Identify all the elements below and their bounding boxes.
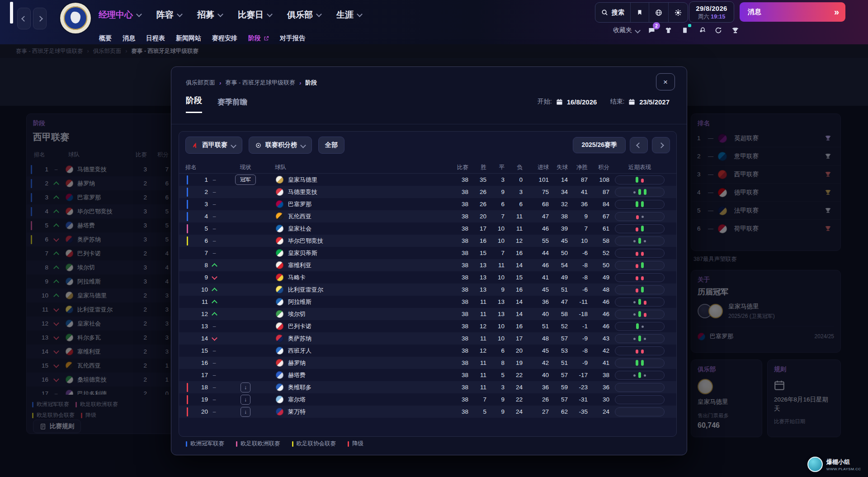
menu-squad[interactable]: 阵容: [156, 9, 182, 21]
favorites-dropdown[interactable]: 收藏夹: [613, 26, 640, 34]
team-name: 赫塔费: [288, 371, 306, 379]
search-button[interactable]: 搜索: [595, 3, 630, 22]
table-row[interactable]: 17 – 赫塔费 38 11 5 22 40 57 -17 38: [179, 369, 676, 381]
history-forward-button[interactable]: [33, 8, 47, 29]
inbox-continue-button[interactable]: 消息 »: [740, 2, 845, 22]
rank-value: 8: [188, 262, 208, 269]
table-row[interactable]: 6 – 毕尔巴鄂竞技 38 16 10 12 55 45 10 58: [179, 235, 676, 247]
won-value: 13: [468, 274, 486, 281]
subnav-fixtures[interactable]: 赛程安排: [212, 34, 237, 43]
lost-value: 24: [505, 408, 523, 415]
table-row[interactable]: 19 – ↓ 塞尔塔 38 7 9 22 26 57 -31 30: [179, 393, 676, 406]
subnav-news-site[interactable]: 新闻网站: [176, 34, 201, 43]
table-row[interactable]: 14 奥萨苏纳 38 11 10 17 48 57 -9 43: [179, 332, 676, 345]
competitions-button[interactable]: [730, 25, 740, 35]
table-row[interactable]: 5 – 皇家社会 38 17 10 11 46 39 7 61: [179, 222, 676, 235]
competition-filter-label: 西甲联赛: [202, 141, 227, 149]
table-row[interactable]: 2 – 马德里竞技 38 26 9 3 75 34 41 87: [179, 186, 676, 198]
menu-career[interactable]: 生涯: [336, 9, 362, 21]
rank-value: 18: [188, 384, 208, 391]
menu-manager-center[interactable]: 经理中心: [99, 9, 141, 21]
table-row[interactable]: 10 比利亚雷亚尔 38 13 9 16 45 51 -6 48: [179, 283, 676, 296]
subnav-inbox[interactable]: 消息: [123, 34, 135, 43]
subnav-schedule[interactable]: 日程表: [146, 34, 165, 43]
drawn-value: 10: [486, 225, 505, 232]
column-played: 比赛: [447, 164, 468, 171]
table-row[interactable]: 3 – 巴塞罗那 38 26 6 6 68 32 36 84: [179, 198, 676, 210]
goals-against-value: 57: [549, 372, 568, 378]
world-button[interactable]: [649, 3, 668, 22]
goal-diff-value: -35: [568, 408, 588, 415]
played-value: 38: [447, 274, 468, 281]
app-root: 经理中心阵容招募比赛日俱乐部生涯 概要消息日程表新闻网站赛程安排阶段对手报告 搜…: [0, 0, 868, 477]
form-box: [615, 298, 665, 307]
report-card-button[interactable]: [680, 25, 690, 35]
subnav-opponent-report[interactable]: 对手报告: [280, 34, 305, 43]
chat-button[interactable]: 2: [646, 25, 656, 35]
menu-matchday[interactable]: 比赛日: [238, 9, 272, 21]
table-row[interactable]: 16 – 赫罗纳 38 11 8 19 42 51 -9 41: [179, 357, 676, 369]
breadcrumb-item[interactable]: 俱乐部页面: [186, 79, 215, 87]
form-pill: [636, 227, 638, 231]
view-filter-dropdown[interactable]: 联赛积分榜: [249, 137, 312, 154]
form-pill: [641, 349, 644, 354]
table-row[interactable]: 20 – ↓ 莱万特 38 5 9 24 27 62 -35 24: [179, 406, 676, 418]
table-row[interactable]: 9 马略卡 38 13 10 15 41 49 -8 49: [179, 271, 676, 283]
table-row[interactable]: 12 埃尔切 38 11 13 14 40 58 -18 46: [179, 308, 676, 320]
season-button[interactable]: 2025/26赛季: [573, 137, 626, 153]
tab-stages[interactable]: 阶段: [186, 95, 202, 113]
table-row[interactable]: 15 – 西班牙人 38 12 6 20 45 53 -8 42: [179, 345, 676, 357]
subnav-overview[interactable]: 概要: [99, 34, 112, 43]
club-crest-icon[interactable]: [60, 3, 91, 33]
history-back-button[interactable]: [17, 8, 31, 29]
drawn-value: 9: [486, 396, 505, 403]
scouting-button[interactable]: [697, 25, 707, 35]
position-same-icon: –: [213, 250, 216, 256]
table-row[interactable]: 13 – 巴列卡诺 38 12 10 16 51 52 -1 46: [179, 320, 676, 332]
table-row[interactable]: 8 塞维利亚 38 13 11 14 46 54 -8 50: [179, 259, 676, 271]
menu-recruitment[interactable]: 招募: [197, 9, 222, 21]
season-next-button[interactable]: [652, 137, 670, 153]
legend-color-bar: [236, 441, 237, 447]
notification-dot: [688, 24, 691, 27]
competition-filter-dropdown[interactable]: 西甲联赛: [185, 137, 242, 154]
settings-button[interactable]: [668, 3, 688, 22]
tab-season-preview[interactable]: 赛季前瞻: [217, 97, 247, 113]
goal-diff-value: -8: [568, 347, 588, 354]
chevron-down-icon: [316, 11, 322, 17]
game-date-display[interactable]: 29/8/2026 周六 19:15: [689, 1, 734, 23]
won-value: 11: [468, 311, 486, 317]
table-row[interactable]: 11 阿拉维斯 38 11 13 14 36 47 -11 46: [179, 296, 676, 308]
points-value: 52: [588, 250, 609, 256]
subnav-stages[interactable]: 阶段: [248, 34, 269, 43]
refresh-button[interactable]: [713, 25, 723, 35]
table-row[interactable]: 1 – 冠军 皇家马德里 38 35 3 0 101 14 87 108: [179, 174, 676, 186]
table-row[interactable]: 7 – 皇家贝蒂斯 38 15 7 16 44 50 -6 52: [179, 247, 676, 259]
played-value: 38: [447, 225, 468, 232]
bookmark-button[interactable]: [630, 3, 649, 22]
goals-for-value: 36: [523, 384, 549, 391]
rank-value: 12: [188, 311, 208, 317]
points-value: 58: [588, 237, 609, 244]
table-row[interactable]: 4 – 瓦伦西亚 38 20 7 11 47 38 9 67: [179, 210, 676, 222]
form-pill: [638, 311, 641, 317]
form-box: [615, 249, 665, 258]
season-prev-button[interactable]: [630, 137, 648, 153]
table-row[interactable]: 18 – ↓ 奥维耶多 38 11 3 24 36 59 -23 36: [179, 381, 676, 393]
position-same-icon: –: [213, 189, 216, 195]
played-value: 38: [447, 250, 468, 256]
close-button[interactable]: ×: [656, 73, 675, 90]
menu-club[interactable]: 俱乐部: [287, 9, 321, 21]
breadcrumb-item-current: 阶段: [305, 79, 317, 87]
team-name: 莱万特: [288, 408, 306, 416]
points-value: 61: [588, 225, 609, 232]
column-goals-against: 失球: [549, 164, 568, 171]
refresh-icon: [715, 27, 722, 34]
all-filter-label: 全部: [325, 141, 338, 149]
form-pill: [636, 276, 638, 280]
squad-shirt-button[interactable]: [663, 25, 673, 35]
all-filter-button[interactable]: 全部: [318, 137, 344, 154]
main-menu: 经理中心阵容招募比赛日俱乐部生涯: [99, 7, 362, 23]
form-box: [615, 236, 665, 246]
breadcrumb-item[interactable]: 赛事 - 西班牙足球甲级联赛: [225, 79, 295, 87]
